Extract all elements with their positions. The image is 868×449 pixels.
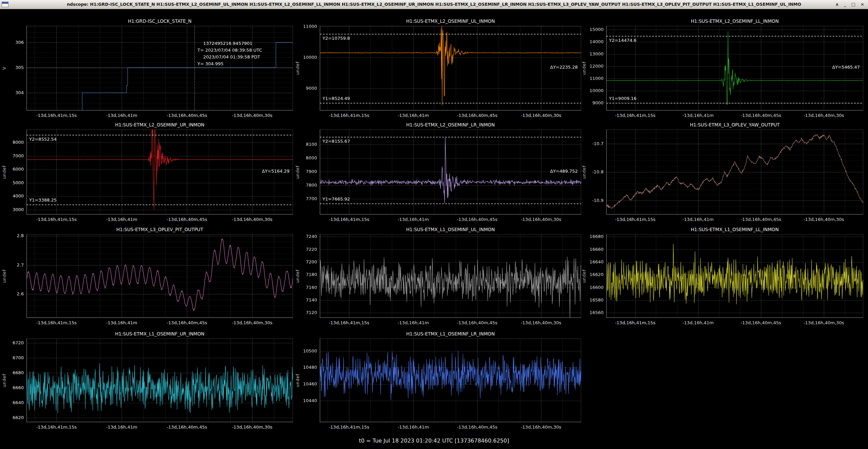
window-titlebar[interactable]: ndscope: H1:GRD-ISC_LOCK_STATE_N H1:SUS-… — [0, 0, 868, 9]
x-tick-label: -13d,16h,40m,30s — [218, 425, 286, 430]
x-tick-label: -13d,16h,41m — [88, 217, 156, 222]
x-tick-label: -13d,16h,41m,15s — [22, 425, 90, 430]
y-tick-label: 12000 — [579, 64, 604, 69]
plot-canvas-h1-sus-etmx-l1-oseminf-ur-inmon[interactable] — [27, 339, 293, 422]
y-tick-label: 10460 — [293, 381, 317, 386]
x-tick-label: -13d,16h,41m,15s — [22, 113, 90, 118]
y-tick-label: 6000 — [0, 167, 24, 172]
x-tick-label: -13d,16h,41m,15s — [315, 113, 383, 118]
y-tick-label: 7200 — [293, 259, 317, 264]
crosshair-readout-line: 1372495216.9457901 — [197, 40, 262, 47]
plot-title: H1:SUS-ETMX_L1_OSEMINF_LR_INMON — [320, 331, 581, 336]
cursor-delta-y-label: ΔY=5164.29 — [228, 169, 290, 174]
x-tick-label: -13d,16h,40m,45s — [153, 425, 221, 430]
y-tick-label: 6680 — [0, 370, 24, 375]
y-tick-label: 7220 — [293, 247, 317, 252]
plot-title: H1:SUS-ETMX_L1_OSEMINF_UL_INMON — [320, 227, 581, 232]
plot-title: H1:SUS-ETMX_L2_OSEMINF_UR_INMON — [27, 122, 293, 127]
close-button[interactable]: × — [860, 1, 865, 8]
y-tick-label: 15000 — [579, 27, 604, 32]
x-tick-label: -13d,16h,41m — [664, 217, 732, 222]
x-tick-label: -13d,16h,40m,30s — [790, 320, 858, 325]
crosshair-readout-line: 2023/07/04 01:39:58 PDT — [197, 54, 262, 61]
y-tick-label: 6700 — [0, 355, 24, 360]
maximize-button[interactable]: □ — [850, 1, 856, 8]
x-tick-label: -13d,16h,41m — [379, 425, 447, 430]
y-tick-label: 10000 — [579, 88, 604, 93]
y-tick-label: 8100 — [293, 142, 317, 147]
cursor-y1-label: Y1=9009.16 — [609, 96, 637, 101]
y-tick-label: 10500 — [293, 348, 317, 353]
y-tick-label: 11000 — [293, 24, 317, 29]
x-tick-label: -13d,16h,40m,45s — [727, 217, 795, 222]
plot-title: H1:SUS-ETMX_L3_OPLEV_YAW_OUTPUT — [606, 122, 863, 127]
x-tick-label: -13d,16h,40m,30s — [218, 320, 286, 325]
y-tick-label: 13000 — [579, 51, 604, 56]
y-tick-label: 16560 — [579, 310, 604, 315]
cursor-y1-label: Y1=7665.92 — [323, 196, 350, 202]
y-tick-label: 16580 — [579, 297, 604, 303]
plot-canvas-h1-sus-etmx-l1-oseminf-ll-inmon[interactable] — [606, 234, 863, 318]
x-tick-label: -13d,16h,40m,30s — [218, 113, 286, 118]
y-tick-label: 10480 — [293, 365, 317, 370]
t0-label: t0 = Tue Jul 18 2023 01:20:42 UTC [13736… — [359, 437, 509, 444]
x-tick-label: -13d,16h,40m,30s — [790, 217, 858, 222]
crosshair-readout-line: Y= 304.995 — [197, 61, 262, 67]
plot-canvas-h1-sus-etmx-l3-oplev-yaw-output[interactable] — [606, 129, 863, 214]
y-tick-label: 4000 — [0, 193, 24, 198]
y-tick-label: 14000 — [579, 39, 604, 44]
y-tick-label: 10000 — [293, 55, 317, 60]
cursor-y2-label: Y2=8155.67 — [323, 139, 350, 144]
x-tick-label: -13d,16h,40m,45s — [153, 217, 221, 222]
y-tick-label: -10.9 — [579, 198, 604, 203]
y-tick-label: 10440 — [293, 398, 317, 403]
status-bar: t0 = Tue Jul 18 2023 01:20:42 UTC [13736… — [0, 436, 868, 446]
plot-title: H1:SUS-ETMX_L1_OSEMINF_UR_INMON — [27, 331, 293, 336]
cursor-y1-label: Y1=3388.25 — [29, 197, 57, 203]
x-tick-label: -13d,16h,41m,15s — [22, 217, 90, 222]
x-tick-label: -13d,16h,40m,30s — [507, 217, 575, 222]
y-tick-label: -10.8 — [579, 169, 604, 174]
x-tick-label: -13d,16h,41m,15s — [315, 217, 383, 222]
x-tick-label: -13d,16h,41m,15s — [315, 320, 383, 325]
y-tick-label: 16660 — [579, 247, 604, 252]
plot-title: H1:SUS-ETMX_L1_OSEMINF_LL_INMON — [606, 227, 863, 232]
plot-canvas-h1-sus-etmx-l3-oplev-pit-output[interactable] — [27, 234, 293, 318]
cursor-y2-label: Y2=14474.6 — [609, 38, 637, 43]
y-tick-label: 6640 — [0, 400, 24, 405]
window-controls: ∧ _ □ × — [834, 0, 865, 9]
y-axis-unit-label: undef — [2, 339, 7, 422]
y-tick-label: 7900 — [293, 169, 317, 174]
ndscope-window: { "window": { "title": "ndscope: H1:GRD-… — [0, 0, 868, 449]
y-tick-label: 6720 — [0, 340, 24, 345]
plot-title: H1:SUS-ETMX_L3_OPLEV_PIT_OUTPUT — [27, 227, 293, 232]
x-tick-label: -13d,16h,41m — [88, 425, 156, 430]
x-tick-label: -13d,16h,40m,45s — [727, 113, 795, 118]
minimize-button[interactable]: _ — [843, 1, 847, 8]
x-tick-label: -13d,16h,41m — [88, 320, 156, 325]
plot-canvas-h1-sus-etmx-l1-oseminf-lr-inmon[interactable] — [320, 339, 581, 422]
cursor-delta-y-label: ΔY=2235.28 — [517, 65, 578, 70]
x-tick-label: -13d,16h,40m,30s — [790, 113, 858, 118]
x-tick-label: -13d,16h,40m,45s — [153, 113, 221, 118]
plot-canvas-h1-grd-isc-lock-state-n[interactable] — [27, 26, 293, 110]
plot-title: H1:SUS-ETMX_L2_OSEMINF_LR_INMON — [320, 122, 581, 127]
shade-button[interactable]: ∧ — [834, 1, 840, 8]
y-tick-label: 7140 — [293, 297, 317, 303]
x-tick-label: -13d,16h,40m,30s — [507, 320, 575, 325]
x-tick-label: -13d,16h,41m,15s — [601, 320, 669, 325]
x-tick-label: -13d,16h,40m,30s — [507, 113, 575, 118]
y-tick-label: 16620 — [579, 272, 604, 277]
x-tick-label: -13d,16h,41m — [664, 320, 732, 325]
x-tick-label: -13d,16h,40m,45s — [443, 425, 511, 430]
y-tick-label: 7700 — [293, 196, 317, 201]
plot-title: H1:SUS-ETMX_L2_OSEMINF_LL_INMON — [606, 18, 863, 24]
y-tick-label: 7240 — [293, 234, 317, 239]
y-tick-label: 9000 — [579, 100, 604, 105]
y-tick-label: 8000 — [0, 140, 24, 145]
y-tick-label: 3000 — [0, 207, 24, 212]
plot-canvas-h1-sus-etmx-l1-oseminf-ul-inmon[interactable] — [320, 234, 581, 318]
y-tick-label: 2.7 — [0, 262, 24, 267]
crosshair-readout: 1372495216.9457901T= 2023/07/04 08:39:58… — [197, 40, 262, 67]
cursor-y2-label: Y2=8552.54 — [29, 137, 57, 142]
